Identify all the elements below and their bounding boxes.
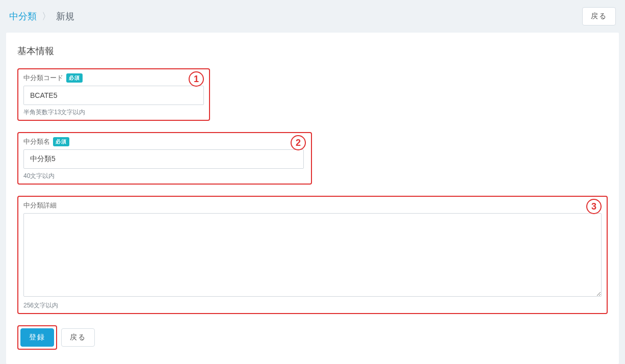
- callout-badge-1: 1: [189, 71, 204, 87]
- name-hint: 40文字以内: [23, 172, 306, 180]
- form-actions: 登録 戻る: [17, 325, 608, 350]
- submit-highlight: 登録: [17, 325, 57, 350]
- required-badge: 必須: [53, 137, 69, 146]
- breadcrumb: 中分類 〉 新規: [9, 10, 74, 22]
- breadcrumb-parent-link[interactable]: 中分類: [9, 10, 37, 22]
- back-button[interactable]: 戻る: [582, 7, 616, 25]
- cancel-button[interactable]: 戻る: [61, 328, 95, 347]
- chevron-right-icon: 〉: [42, 10, 51, 22]
- page-header: 中分類 〉 新規 戻る: [0, 0, 625, 33]
- field-detail: 3 中分類詳細 256文字以内: [17, 196, 608, 314]
- code-input[interactable]: [23, 86, 204, 105]
- section-title: 基本情報: [17, 45, 608, 57]
- detail-hint: 256文字以内: [23, 301, 602, 310]
- detail-label-text: 中分類詳細: [23, 201, 57, 210]
- code-label-text: 中分類コード: [23, 73, 63, 83]
- callout-badge-3: 3: [586, 199, 602, 214]
- breadcrumb-current: 新規: [56, 10, 74, 22]
- field-code: 1 中分類コード 必須 半角英数字13文字以内: [17, 68, 210, 121]
- code-label: 中分類コード 必須: [23, 73, 83, 83]
- submit-button[interactable]: 登録: [20, 328, 54, 347]
- name-input[interactable]: [23, 149, 304, 169]
- field-name: 2 中分類名 必須 40文字以内: [17, 132, 312, 185]
- name-label: 中分類名 必須: [23, 137, 69, 146]
- code-hint: 半角英数字13文字以内: [23, 108, 204, 117]
- callout-badge-2: 2: [291, 135, 306, 150]
- detail-textarea[interactable]: [23, 213, 602, 297]
- detail-label: 中分類詳細: [23, 201, 57, 210]
- required-badge: 必須: [66, 73, 83, 83]
- name-label-text: 中分類名: [23, 137, 50, 146]
- form-card: 基本情報 1 中分類コード 必須 半角英数字13文字以内 2 中分類名 必須 4…: [6, 33, 619, 364]
